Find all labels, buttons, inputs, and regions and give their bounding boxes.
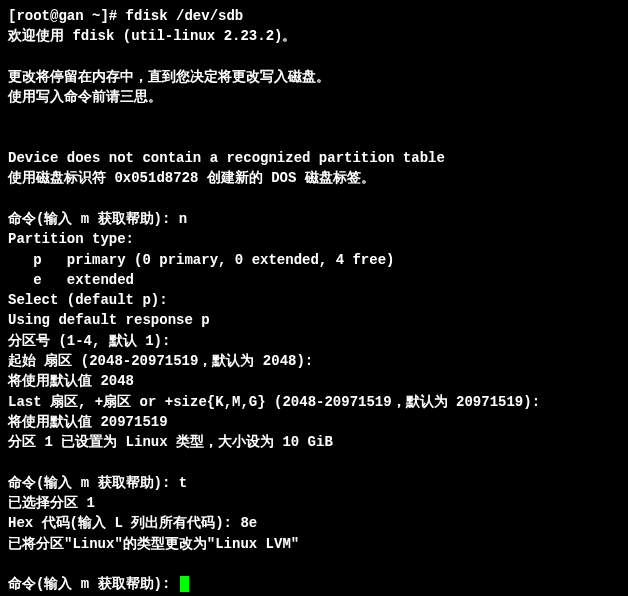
terminal-line: 使用磁盘标识符 0x051d8728 创建新的 DOS 磁盘标签。 [8, 168, 620, 188]
terminal-line: e extended [8, 270, 620, 290]
terminal-line: 使用写入命令前请三思。 [8, 87, 620, 107]
terminal-line: Partition type: [8, 229, 620, 249]
terminal-line [8, 128, 620, 148]
terminal-line: 将使用默认值 20971519 [8, 412, 620, 432]
terminal-line: 更改将停留在内存中，直到您决定将更改写入磁盘。 [8, 67, 620, 87]
terminal-line: Last 扇区, +扇区 or +size{K,M,G} (2048-20971… [8, 392, 620, 412]
terminal-line [8, 107, 620, 127]
terminal-line: 已将分区"Linux"的类型更改为"Linux LVM" [8, 534, 620, 554]
terminal-line: 欢迎使用 fdisk (util-linux 2.23.2)。 [8, 26, 620, 46]
terminal-line: Device does not contain a recognized par… [8, 148, 620, 168]
terminal-line [8, 189, 620, 209]
terminal-line [8, 453, 620, 473]
terminal-prompt-line[interactable]: 命令(输入 m 获取帮助): [8, 574, 620, 594]
terminal-line: Select (default p): [8, 290, 620, 310]
terminal[interactable]: [root@gan ~]# fdisk /dev/sdb 欢迎使用 fdisk … [8, 6, 620, 595]
terminal-line: 分区 1 已设置为 Linux 类型，大小设为 10 GiB [8, 432, 620, 452]
terminal-line: p primary (0 primary, 0 extended, 4 free… [8, 250, 620, 270]
terminal-line: 分区号 (1-4, 默认 1): [8, 331, 620, 351]
terminal-line [8, 47, 620, 67]
terminal-line: [root@gan ~]# fdisk /dev/sdb [8, 6, 620, 26]
terminal-line: 命令(输入 m 获取帮助): t [8, 473, 620, 493]
terminal-line: 起始 扇区 (2048-20971519，默认为 2048): [8, 351, 620, 371]
terminal-line: 将使用默认值 2048 [8, 371, 620, 391]
terminal-line: 命令(输入 m 获取帮助): n [8, 209, 620, 229]
terminal-line [8, 554, 620, 574]
prompt-text: 命令(输入 m 获取帮助): [8, 576, 179, 592]
cursor-block-icon [180, 576, 189, 592]
terminal-line: Hex 代码(输入 L 列出所有代码): 8e [8, 513, 620, 533]
terminal-line: Using default response p [8, 310, 620, 330]
terminal-line: 已选择分区 1 [8, 493, 620, 513]
